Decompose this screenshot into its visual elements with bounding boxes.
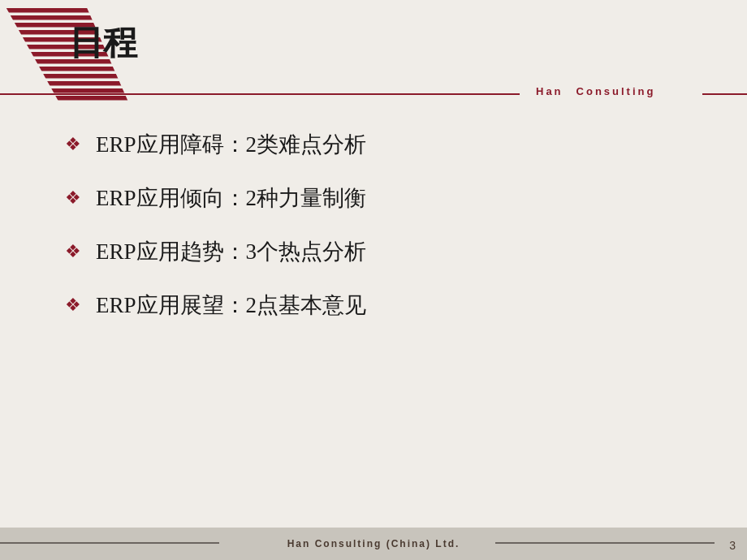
list-item: ❖ ERP应用趋势：3个热点分析 <box>65 237 682 266</box>
bullet-text-4: ERP应用展望：2点基本意见 <box>96 291 366 320</box>
list-item: ❖ ERP应用障碍：2类难点分析 <box>65 130 682 159</box>
header-rule-right <box>702 93 747 95</box>
footer: Han Consulting (China) Ltd. 3 <box>0 528 747 560</box>
brand-han: Han <box>536 85 563 97</box>
page-number: 3 <box>729 539 736 552</box>
footer-brand: Han Consulting (China) Ltd. <box>287 538 460 549</box>
brand-consulting: Consulting <box>576 85 656 97</box>
svg-rect-2 <box>0 15 138 20</box>
svg-rect-1 <box>0 8 138 13</box>
footer-rule-left <box>0 542 219 544</box>
slide: 日程 Han Consulting ❖ ERP应用障碍：2类难点分析 ❖ ERP… <box>0 0 747 560</box>
brand-header: Han Consulting <box>536 85 655 97</box>
bullet-icon-4: ❖ <box>65 295 81 316</box>
list-item: ❖ ERP应用倾向：2种力量制衡 <box>65 183 682 213</box>
header-rule-left <box>0 93 520 95</box>
bullet-icon-1: ❖ <box>65 134 81 155</box>
bullet-text-3: ERP应用趋势：3个热点分析 <box>96 237 366 266</box>
list-item: ❖ ERP应用展望：2点基本意见 <box>65 291 682 320</box>
bullet-icon-3: ❖ <box>65 241 81 262</box>
content-area: ❖ ERP应用障碍：2类难点分析 ❖ ERP应用倾向：2种力量制衡 ❖ ERP应… <box>65 130 682 344</box>
page-title: 日程 <box>69 20 137 66</box>
bullet-icon-2: ❖ <box>65 187 81 209</box>
footer-rule-right <box>495 542 715 544</box>
bullet-text-2: ERP应用倾向：2种力量制衡 <box>96 183 366 213</box>
bullet-text-1: ERP应用障碍：2类难点分析 <box>96 130 366 159</box>
